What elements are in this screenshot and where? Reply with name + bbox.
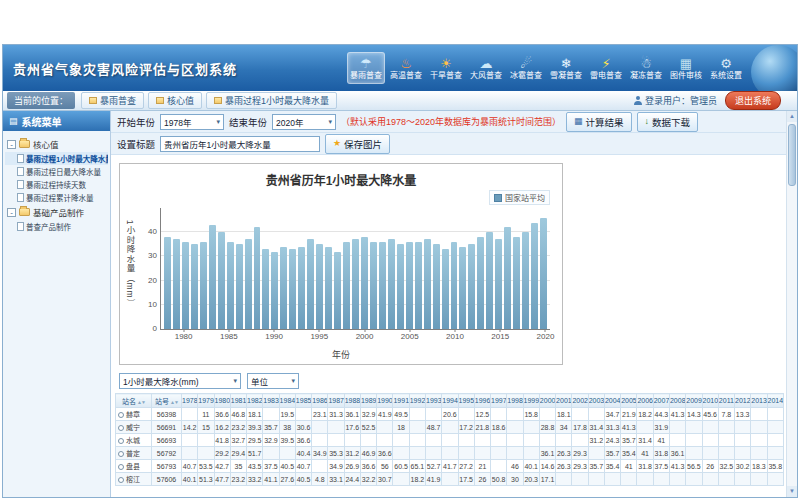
nav-settings[interactable]: ⚙系统设置 [707, 52, 745, 84]
document-icon [17, 193, 24, 202]
nav-drought[interactable]: ☀干旱普查 [427, 52, 465, 84]
row-radio[interactable] [118, 451, 124, 457]
breadcrumb-segment[interactable]: 暴雨普查 [81, 92, 144, 109]
column-header-year[interactable]: 1985 [295, 394, 311, 408]
row-radio[interactable] [118, 477, 124, 483]
tree-item[interactable]: 暴雨过程日最大降水量 [5, 165, 108, 178]
column-header-year[interactable]: 1997 [491, 394, 507, 408]
breadcrumb-segment[interactable]: 暴雨过程1小时最大降水量 [206, 92, 337, 109]
column-header-year[interactable]: 1986 [312, 394, 328, 408]
column-header-year[interactable]: 1983 [263, 394, 279, 408]
column-header-year[interactable]: 2010 [702, 394, 718, 408]
row-radio[interactable] [118, 425, 124, 431]
column-header-year[interactable]: 2009 [686, 394, 702, 408]
column-header-id[interactable]: 站号▲▼ [152, 394, 182, 408]
column-header-label: 1991 [393, 397, 409, 404]
data-download-button[interactable]: ↓ 数据下载 [637, 112, 699, 132]
column-header-year[interactable]: 1984 [279, 394, 295, 408]
column-header-year[interactable]: 1999 [523, 394, 539, 408]
nav-lightning[interactable]: ⚡雷电普查 [587, 52, 625, 84]
logout-button[interactable]: 退出系统 [725, 91, 781, 110]
tree-group-label: 基础产品制作 [33, 206, 84, 218]
end-year-value: 2020年 [276, 116, 303, 128]
column-header-year[interactable]: 1980 [214, 394, 230, 408]
expander-icon[interactable]: - [7, 140, 16, 149]
nav-map-review[interactable]: ▦图件审核 [667, 52, 705, 84]
column-header-year[interactable]: 1998 [507, 394, 523, 408]
scrollbar-thumb[interactable] [788, 124, 796, 186]
column-header-year[interactable]: 2011 [718, 394, 734, 408]
row-radio[interactable] [118, 464, 124, 470]
save-image-button[interactable]: ★ 保存图片 [325, 134, 390, 154]
station-name: 威宁 [126, 424, 140, 431]
column-header-year[interactable]: 2005 [621, 394, 637, 408]
table-row[interactable]: 榕江5760640.151.347.723.233.241.127.640.54… [116, 473, 784, 486]
column-header-year[interactable]: 2012 [735, 394, 751, 408]
tree-item-label: 暴雨过程1小时最大降水量 [26, 153, 108, 164]
table-row[interactable]: 赫章563981136.646.818.119.523.131.336.132.… [116, 408, 784, 421]
column-header-year[interactable]: 2013 [751, 394, 767, 408]
start-year-select[interactable]: 1978年 ▾ [160, 114, 224, 130]
column-header-year[interactable]: 1982 [247, 394, 263, 408]
table-row[interactable]: 水城5669341.832.729.532.939.536.631.224.33… [116, 434, 784, 447]
value-cell [588, 447, 604, 460]
column-header-year[interactable]: 1990 [377, 394, 393, 408]
column-header-year[interactable]: 2001 [556, 394, 572, 408]
value-cell: 20.3 [523, 473, 539, 486]
nav-heat[interactable]: ♨高温普查 [387, 52, 425, 84]
column-header-year[interactable]: 2002 [572, 394, 588, 408]
column-header-year[interactable]: 2003 [588, 394, 604, 408]
tree-group[interactable]: -核心值 [5, 136, 108, 152]
column-header-year[interactable]: 1978 [182, 394, 198, 408]
column-header-year[interactable]: 2004 [604, 394, 620, 408]
scroll-up-icon[interactable]: ▲ [787, 111, 797, 122]
column-header-year[interactable]: 1991 [393, 394, 409, 408]
column-header-year[interactable]: 1994 [442, 394, 458, 408]
sort-icon[interactable]: ▲▼ [137, 399, 145, 405]
row-radio[interactable] [118, 438, 124, 444]
column-header-year[interactable]: 1989 [360, 394, 376, 408]
end-year-select[interactable]: 2020年 ▾ [272, 114, 336, 130]
column-header-year[interactable]: 1995 [458, 394, 474, 408]
nav-freeze[interactable]: ☃凝冻普查 [627, 52, 665, 84]
sort-icon[interactable]: ▲▼ [170, 399, 178, 405]
value-cell [718, 447, 734, 460]
column-header-year[interactable]: 1996 [474, 394, 490, 408]
unit-select[interactable]: 单位 ▾ [247, 373, 299, 389]
vertical-scrollbar[interactable]: ▲ ▼ [786, 111, 797, 497]
tree-item[interactable]: 暴雨过程1小时最大降水量 [5, 152, 108, 165]
breadcrumb-segment-label: 暴雨过程1小时最大降水量 [225, 94, 329, 107]
tree-item[interactable]: 暴雨过程累计降水量 [5, 191, 108, 204]
table-row[interactable]: 普定5679229.229.451.740.434.935.331.246.93… [116, 447, 784, 460]
column-header-year[interactable]: 1979 [198, 394, 214, 408]
table-row[interactable]: 盘县5679340.753.542.73543.537.540.540.734.… [116, 460, 784, 473]
tree-item[interactable]: 普查产品制作 [5, 220, 108, 233]
column-header-year[interactable]: 1981 [230, 394, 246, 408]
column-header-year[interactable]: 2000 [539, 394, 555, 408]
table-row[interactable]: 威宁5669114.21516.223.239.335.73830.617.65… [116, 421, 784, 434]
bar-2016 [504, 227, 511, 329]
column-header-year[interactable]: 1987 [328, 394, 344, 408]
column-header-year[interactable]: 2008 [669, 394, 685, 408]
column-header-year[interactable]: 1992 [409, 394, 425, 408]
column-header-year[interactable]: 1993 [425, 394, 441, 408]
column-header-year[interactable]: 1988 [344, 394, 360, 408]
column-header-year[interactable]: 2007 [653, 394, 669, 408]
metric-select[interactable]: 1小时最大降水(mm) ▾ [119, 373, 241, 389]
column-header-year[interactable]: 2006 [637, 394, 653, 408]
nav-hail[interactable]: ☄冰雹普查 [507, 52, 545, 84]
nav-wind[interactable]: ☁大风普查 [467, 52, 505, 84]
expander-icon[interactable]: - [7, 208, 16, 217]
tree-group[interactable]: -基础产品制作 [5, 204, 108, 220]
folder-icon [19, 208, 30, 216]
breadcrumb-segment[interactable]: 核心值 [148, 92, 202, 109]
column-header-name[interactable]: 站名▲▼ [116, 394, 152, 408]
calculate-button[interactable]: ▦ 计算结果 [566, 112, 632, 132]
nav-snow[interactable]: ❄雪凝普查 [547, 52, 585, 84]
tree-item[interactable]: 暴雨过程持续天数 [5, 178, 108, 191]
row-radio[interactable] [118, 412, 124, 418]
column-header-year[interactable]: 2014 [767, 394, 783, 408]
nav-rainstorm[interactable]: ☂暴雨普查 [347, 52, 385, 84]
scroll-down-icon[interactable]: ▼ [787, 486, 797, 497]
chart-title-input[interactable] [160, 136, 320, 152]
